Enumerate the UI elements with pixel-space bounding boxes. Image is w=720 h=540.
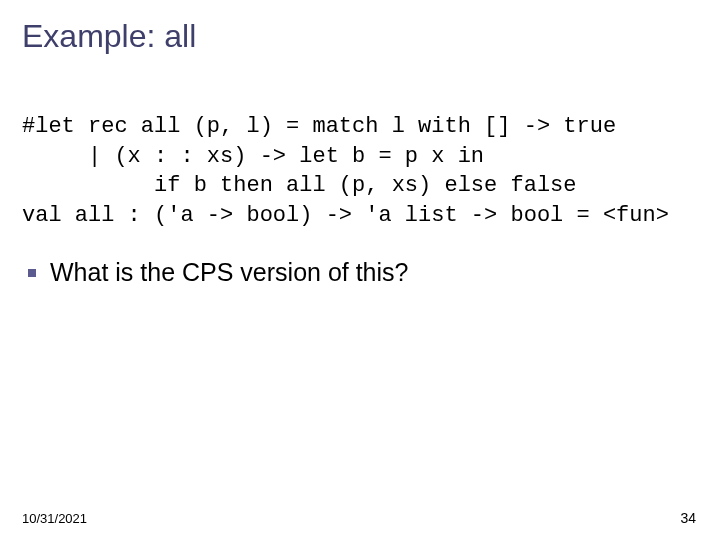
code-line-2: | (x : : xs) -> let b = p x in [22, 144, 484, 169]
slide-title: Example: all [22, 18, 196, 55]
footer-date: 10/31/2021 [22, 511, 87, 526]
square-bullet-icon [28, 269, 36, 277]
code-line-4: val all : ('a -> bool) -> 'a list -> boo… [22, 203, 669, 228]
code-line-3: if b then all (p, xs) else false [22, 173, 577, 198]
code-line-1: #let rec all (p, l) = match l with [] ->… [22, 114, 616, 139]
slide: Example: all #let rec all (p, l) = match… [0, 0, 720, 540]
code-block: #let rec all (p, l) = match l with [] ->… [22, 112, 698, 231]
footer-page-number: 34 [680, 510, 696, 526]
question-text: What is the CPS version of this? [50, 258, 408, 287]
bullet-item: What is the CPS version of this? [28, 258, 408, 287]
